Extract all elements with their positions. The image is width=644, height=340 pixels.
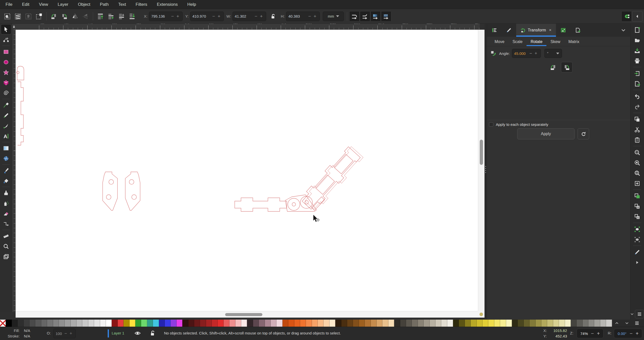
tool-pencil[interactable] [1,110,11,121]
tool-eraser[interactable] [1,208,11,219]
palette-swatch[interactable] [318,320,324,327]
palette-swatch[interactable] [200,320,206,327]
command-bar-menu-button[interactable] [635,310,644,318]
palette-swatch[interactable] [76,320,82,327]
angle-increment[interactable]: + [533,51,539,56]
print-button[interactable] [632,56,643,66]
palette-scroll-up-button[interactable] [612,320,622,327]
palette-swatch[interactable] [24,320,29,327]
vertical-scrollbar[interactable] [478,30,485,311]
palette-scroll-down-button[interactable] [622,320,632,327]
h-input[interactable]: 40.383 − + [286,12,320,21]
palette-swatch[interactable] [536,320,541,327]
rotate-ccw-direction-button[interactable] [547,62,559,72]
layer-name[interactable]: Layer 1 [112,331,124,335]
palette-swatch[interactable] [324,320,329,327]
scale-corners-toggle[interactable] [360,11,370,22]
palette-swatch[interactable] [477,320,482,327]
palette-swatch[interactable] [271,320,276,327]
tool-selector[interactable] [1,24,11,34]
palette-swatch[interactable] [583,320,588,327]
y-decrement[interactable]: − [211,14,216,19]
palette-swatch[interactable] [159,320,165,327]
palette-swatch[interactable] [377,320,382,327]
palette-swatch[interactable] [6,320,12,327]
palette-swatch[interactable] [165,320,171,327]
palette-swatch[interactable] [394,320,400,327]
dock-tab-transform[interactable]: Transform × [516,24,556,37]
tab-matrix[interactable]: Matrix [564,38,583,46]
dock-tab-trace[interactable] [556,24,571,37]
palette-swatch[interactable] [283,320,288,327]
menu-text[interactable]: Text [118,2,126,7]
palette-swatch[interactable] [65,320,70,327]
save-document-button[interactable] [632,45,643,56]
palette-swatch[interactable] [12,320,18,327]
more-commands-button[interactable] [632,257,643,268]
raise-to-top-button[interactable] [95,11,106,22]
tool-spiral[interactable] [1,88,11,98]
x-decrement[interactable]: − [170,14,175,19]
palette-swatch[interactable] [41,320,47,327]
palette-swatch[interactable] [565,320,571,327]
palette-swatch[interactable] [494,320,500,327]
layer-visibility-toggle[interactable] [134,330,141,337]
shape-arm-beam[interactable] [235,198,287,211]
tool-zoom[interactable] [1,241,11,251]
palette-swatch[interactable] [212,320,218,327]
palette-swatch[interactable] [559,320,565,327]
new-document-button[interactable] [632,25,643,35]
opacity-input[interactable]: 100 − + [53,329,76,338]
raise-button[interactable] [106,11,116,22]
palette-swatch[interactable] [388,320,394,327]
tool-pen[interactable] [1,100,11,110]
tool-node-editor[interactable] [1,34,11,45]
palette-swatch[interactable] [441,320,447,327]
lower-button[interactable] [116,11,127,22]
palette-swatch[interactable] [182,320,188,327]
zoom-to-page-button[interactable] [632,168,643,178]
menu-file[interactable]: File [6,2,12,7]
palette-swatch[interactable] [577,320,582,327]
h-increment[interactable]: + [312,14,317,19]
palette-swatch[interactable] [500,320,506,327]
chevron-down-icon[interactable] [630,312,634,316]
palette-swatch[interactable] [124,320,129,327]
palette-swatch[interactable] [312,320,318,327]
tool-text[interactable]: A [1,131,11,141]
palette-swatch[interactable] [471,320,476,327]
rotation-input[interactable]: 0.00° − + [614,329,642,338]
dock-tab-fill-stroke[interactable] [502,24,516,37]
menu-extensions[interactable]: Extensions [157,2,178,7]
palette-menu-button[interactable] [632,320,642,327]
tool-measure[interactable] [1,231,11,241]
palette-swatch[interactable] [382,320,388,327]
copy-button[interactable] [632,114,643,124]
tool-mesh-gradient[interactable] [1,153,11,164]
palette-swatch[interactable] [35,320,41,327]
scale-stroke-toggle[interactable] [349,11,360,22]
palette-swatch[interactable] [365,320,371,327]
layer-lock-toggle[interactable] [149,330,155,337]
fill-stroke-values[interactable]: N/A N/A [24,328,30,339]
palette-swatch[interactable] [400,320,406,327]
horizontal-scrollbar[interactable] [16,311,478,318]
menu-path[interactable]: Path [100,2,109,7]
palette-swatch[interactable] [594,320,600,327]
palette-swatch[interactable] [153,320,159,327]
unit-dropdown[interactable]: mm [323,12,344,21]
ungroup-button[interactable] [632,211,643,222]
palette-swatch-none[interactable] [0,320,6,327]
menu-view[interactable]: View [39,2,48,7]
palette-swatch[interactable] [412,320,418,327]
palette-swatch[interactable] [177,320,182,327]
apply-button[interactable]: Apply [517,128,575,139]
menu-object[interactable]: Object [78,2,90,7]
tool-spray[interactable] [1,198,11,208]
tool-ellipse[interactable] [1,57,11,67]
apply-separately-checkbox[interactable] [489,122,493,127]
redo-button[interactable] [632,101,643,112]
horizontal-scrollbar-thumb[interactable] [225,313,262,316]
zoom-center-page-button[interactable] [632,178,643,188]
palette-swatch[interactable] [224,320,229,327]
